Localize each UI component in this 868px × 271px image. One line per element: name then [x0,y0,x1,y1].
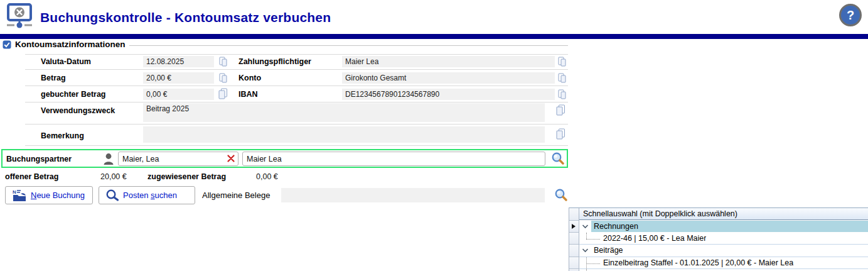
copy-icon[interactable] [556,128,565,140]
copy-icon[interactable] [558,73,566,83]
page-title: Buchungskontrolle - Kontoumsatz verbuche… [40,10,331,25]
copy-icon[interactable] [218,88,228,99]
section-title: Kontoumsatzinformationen [15,40,126,49]
label-verwendungszweck: Verwendungszweck [41,106,115,115]
search-icon [105,189,119,202]
tree-item-rechnung[interactable]: 2022-46 | 15,00 € - Lea Maier [579,233,868,245]
section-header-kontoumsatzinformationen: Kontoumsatzinformationen [3,40,568,49]
svg-text:?: ? [847,8,854,22]
search-icon[interactable] [554,188,568,202]
field-verwendungszweck[interactable]: Beitrag 2025 [143,103,545,122]
person-icon [103,153,114,165]
new-booking-icon: N [12,189,27,202]
section-rule [129,45,569,46]
field-betrag[interactable]: 20,00 € [143,72,214,84]
neue-buchung-button[interactable]: N Neue Buchung [5,186,93,204]
row-divider [25,102,568,102]
label-konto: Konto [238,74,261,82]
row-divider [25,124,568,124]
help-icon[interactable]: ? [839,3,862,27]
value-offener-betrag: 20,00 € [100,172,127,181]
copy-icon[interactable] [558,57,566,67]
row-divider [25,86,568,86]
copy-icon[interactable] [556,104,565,116]
label-allgemeine-belege: Allgemeine Belege [202,191,270,200]
tree-line [586,239,600,240]
copy-icon[interactable] [558,89,566,99]
label-zugewiesener-betrag: zugewiesener Betrag [147,172,226,181]
tree-group-rechnungen[interactable]: Rechnungen [579,220,868,233]
chevron-down-icon[interactable] [582,224,589,229]
schnellauswahl-header: Schnellauswahl (mit Doppelklick auswähle… [579,207,868,220]
tree-item-label[interactable]: Einzelbeitrag Staffel - 01.01.2025 | 20,… [603,258,793,267]
posten-suchen-label: Posten suchen [123,191,177,200]
schnellauswahl-panel: Schnellauswahl (mit Doppelklick auswähle… [569,207,868,271]
buchungskontrolle-window: { "header": { "title": "Buchungskontroll… [0,0,868,271]
section-checkbox[interactable] [3,40,11,49]
tree-item-label[interactable]: 2022-46 | 15,00 € - Lea Maier [603,234,706,243]
gutter-cell-current [569,221,579,233]
field-iban[interactable]: DE12345678901234567890 [342,89,555,100]
label-zahlungspflichtiger: Zahlungspflichtiger [238,57,311,66]
copy-icon[interactable] [219,73,227,83]
gutter-cell [569,233,579,245]
current-row-marker-icon [572,224,576,229]
field-bemerkung[interactable] [143,126,545,143]
gutter-cell [569,257,579,269]
grid-row-gutter [569,207,579,271]
schnellauswahl-tree: Schnellauswahl (mit Doppelklick auswähle… [579,207,868,271]
label-valuta-datum: Valuta-Datum [41,57,91,66]
gutter-cell [569,208,579,221]
posten-suchen-button[interactable]: Posten suchen [99,186,195,204]
gutter-cell [569,245,579,257]
row-divider [25,54,568,55]
svg-text:N: N [13,189,16,195]
value-zugewiesener-betrag: 0,00 € [256,172,278,181]
field-konto[interactable]: Girokonto Gesamt [342,72,555,84]
tree-group-label[interactable]: Beiträge [591,245,868,256]
label-offener-betrag: offener Betrag [5,172,58,181]
label-bemerkung: Bemerkung [41,131,84,140]
tree-group-beitraege[interactable]: Beiträge [579,245,868,257]
neue-buchung-label: Neue Buchung [31,191,85,200]
row-divider [25,69,568,70]
copy-icon[interactable] [219,57,227,67]
field-zahlungspflichtiger[interactable]: Maier Lea [342,56,555,67]
search-icon[interactable] [551,152,565,165]
label-gebuchter-betrag: gebuchter Betrag [41,90,106,99]
field-valuta-datum[interactable]: 12.08.2025 [143,56,214,67]
buchungspartner-search-input[interactable] [242,152,545,166]
label-buchungspartner: Buchungspartner [6,155,72,163]
header-divider-bar [0,34,868,39]
tree-line [586,263,600,264]
tree-item-beitrag[interactable]: Einzelbeitrag Staffel - 01.01.2025 | 20,… [579,257,868,270]
row-divider [25,145,568,146]
allgemeine-belege-input[interactable] [281,188,545,202]
buchungspartner-input[interactable] [118,152,238,166]
clear-x-icon[interactable] [227,155,235,162]
tree-line [586,233,587,239]
chevron-down-icon[interactable] [582,248,589,253]
label-iban: IBAN [238,90,258,99]
tree-group-label[interactable]: Rechnungen [591,221,868,232]
field-gebuchter-betrag[interactable]: 0,00 € [143,89,214,100]
buchungspartner-row: Buchungspartner [1,149,568,168]
label-betrag: Betrag [41,74,66,82]
app-monitor-icon [5,3,34,31]
